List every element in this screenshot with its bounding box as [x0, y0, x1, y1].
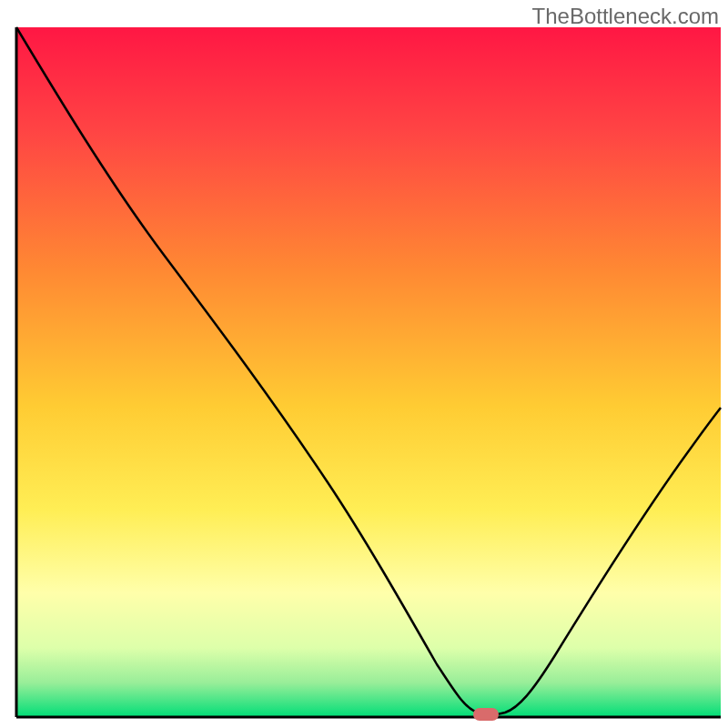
chart-background [16, 27, 721, 717]
watermark-text: TheBottleneck.com [532, 4, 719, 29]
bottleneck-chart [0, 0, 728, 728]
optimal-marker [473, 708, 499, 721]
chart-container: TheBottleneck.com [0, 0, 728, 728]
